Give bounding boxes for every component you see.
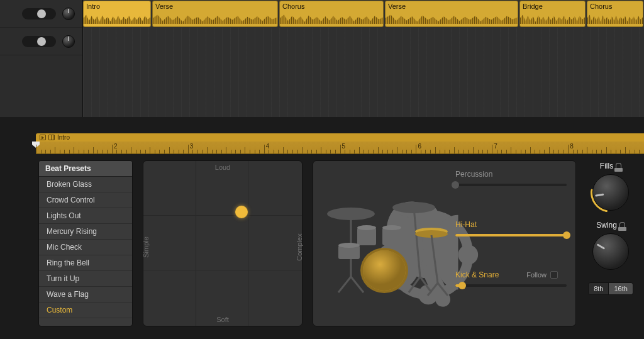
ruler-tick	[435, 147, 436, 153]
pan-knob[interactable]	[62, 35, 75, 48]
hihat-slider[interactable]	[455, 234, 567, 236]
svg-rect-15	[357, 228, 376, 245]
ruler-tick	[50, 150, 51, 153]
percussion-slider[interactable]	[455, 184, 567, 186]
note-value-button[interactable]: 8th	[589, 283, 608, 294]
ruler-tick	[179, 150, 179, 153]
region-label: Chorus	[282, 3, 304, 10]
note-value-segmented[interactable]: 8th16th	[588, 282, 633, 295]
preset-item[interactable]: Wave a Flag	[39, 287, 132, 303]
svg-point-20	[338, 243, 360, 248]
volume-slider[interactable]	[22, 36, 56, 47]
timeline-grid	[83, 28, 644, 117]
ruler-tick	[169, 147, 170, 153]
ruler-number: 3	[190, 143, 194, 150]
ruler-tick	[378, 147, 379, 153]
region-bridge[interactable]: Bridge	[519, 1, 586, 27]
ruler-tick	[501, 150, 502, 153]
kicksnare-label: Kick & Snare	[455, 270, 499, 279]
ruler-tick	[283, 147, 284, 153]
preset-item[interactable]: Crowd Control	[39, 192, 132, 208]
kicksnare-slider[interactable]	[455, 284, 567, 287]
region-chorus[interactable]: Chorus	[279, 1, 384, 27]
waveform	[587, 14, 643, 24]
ruler-tick	[188, 145, 189, 153]
ruler-tick	[192, 150, 193, 153]
xy-puck[interactable]	[235, 206, 248, 218]
ruler-tick	[311, 150, 312, 153]
ruler-tick	[150, 147, 150, 153]
ruler-tick	[468, 150, 469, 153]
region-verse[interactable]: Verse	[152, 1, 278, 27]
ruler-tick	[259, 150, 260, 153]
ruler-tick	[55, 147, 55, 153]
ruler-tick	[155, 150, 155, 153]
preset-item[interactable]: Lights Out	[39, 208, 132, 224]
svg-line-23	[431, 235, 438, 283]
preset-item[interactable]: Mercury Rising	[39, 224, 132, 240]
ruler-tick	[202, 150, 203, 153]
ruler-tick	[440, 150, 440, 153]
arrangement-timeline[interactable]: IntroVerseChorusVerseBridgeChorus	[83, 0, 644, 117]
pan-knob[interactable]	[62, 8, 75, 20]
swing-knob[interactable]	[592, 233, 629, 270]
ruler-tick	[145, 150, 146, 153]
ruler-tick	[553, 150, 554, 153]
ruler-tick	[478, 150, 479, 153]
track-header-1[interactable]	[0, 0, 82, 28]
ruler-tick	[250, 150, 250, 153]
play-region-icon[interactable]	[40, 135, 46, 140]
preset-item[interactable]: Ring the Bell	[39, 255, 132, 271]
ruler-tick	[97, 150, 98, 153]
preset-item[interactable]: Turn it Up	[39, 271, 132, 287]
ruler-tick	[340, 145, 341, 153]
ruler-tick	[292, 150, 293, 153]
preset-item[interactable]: Broken Glass	[39, 177, 132, 192]
ruler-tick	[45, 150, 46, 153]
track-header-2[interactable]	[0, 28, 82, 55]
ruler-tick	[354, 150, 355, 153]
ruler-tick	[212, 150, 213, 153]
volume-slider[interactable]	[22, 8, 56, 19]
ruler-tick	[197, 150, 198, 153]
follow-checkbox[interactable]	[550, 271, 558, 279]
ruler-tick	[264, 145, 265, 153]
lock-icon[interactable]	[619, 222, 625, 228]
ruler-tick	[103, 150, 103, 153]
region-chorus[interactable]: Chorus	[587, 1, 643, 27]
ruler-tick	[316, 150, 317, 153]
lock-icon[interactable]	[616, 163, 621, 169]
drum-kit-illustration[interactable]	[319, 182, 452, 302]
ruler-tick	[540, 150, 540, 153]
ruler-tick	[473, 147, 474, 153]
xy-label-simple: Simple	[142, 236, 150, 258]
note-value-button[interactable]: 16th	[608, 283, 632, 294]
follow-toggle[interactable]: Follow	[526, 271, 558, 279]
percussion-control: Percussion	[455, 170, 567, 186]
ruler-number: 7	[494, 143, 497, 150]
ruler-tick	[535, 150, 535, 153]
ruler-tick	[630, 150, 630, 153]
ruler-tick	[41, 150, 42, 153]
ruler-tick	[359, 147, 360, 153]
ruler-tick	[240, 150, 241, 153]
ruler-tick	[269, 150, 269, 153]
fills-knob[interactable]	[592, 174, 629, 211]
editor-region-name: Intro	[57, 134, 70, 141]
ruler-tick	[131, 147, 131, 153]
ruler-tick	[549, 147, 550, 153]
region-label: Bridge	[523, 3, 543, 10]
ruler-tick	[373, 150, 374, 153]
editor-ruler[interactable]: 23456789	[36, 142, 644, 154]
waveform	[84, 14, 150, 24]
region-intro[interactable]: Intro	[83, 1, 151, 27]
ruler-tick	[112, 145, 113, 153]
xy-performance-pad[interactable]: Loud Soft Simple Complex	[143, 160, 303, 326]
region-grid-icon[interactable]	[48, 135, 55, 140]
ruler-tick	[573, 150, 574, 153]
region-label: Intro	[86, 3, 100, 10]
region-verse[interactable]: Verse	[385, 1, 518, 27]
ruler-tick	[216, 150, 217, 153]
preset-item[interactable]: Mic Check	[39, 240, 132, 255]
preset-item[interactable]: Custom	[39, 303, 132, 318]
